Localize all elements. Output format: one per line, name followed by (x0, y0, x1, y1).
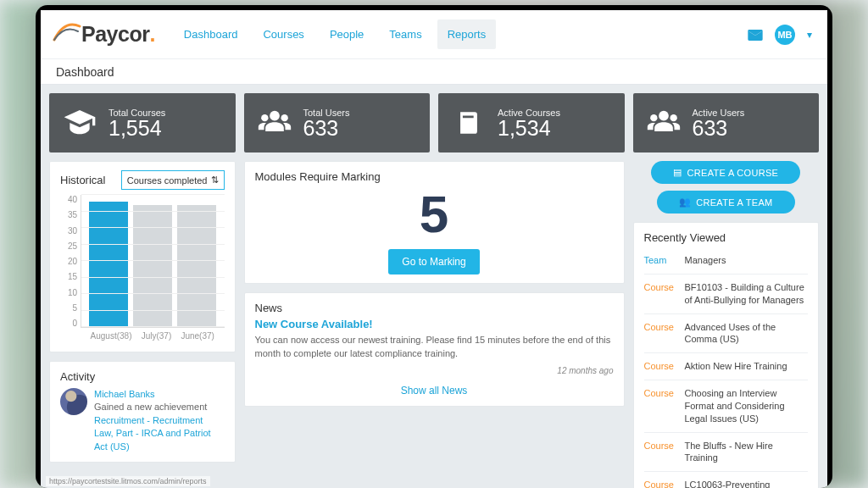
activity-panel: Activity Michael Banks Gained a new achi… (49, 361, 236, 463)
recently-viewed-type: Course (644, 281, 678, 307)
book-plus-icon: ▤ (673, 167, 682, 178)
recently-viewed-type: Team (644, 254, 678, 267)
svg-point-4 (650, 114, 657, 121)
historical-title: Historical (60, 174, 105, 186)
recently-viewed-title-text: The Bluffs - New Hire Training (685, 440, 809, 465)
brand-swoosh-icon (53, 26, 78, 43)
recently-viewed-item[interactable]: CourseThe Bluffs - New Hire Training (644, 432, 809, 472)
marking-title: Modules Require Marking (255, 170, 614, 183)
marking-count: 5 (255, 188, 614, 241)
recently-viewed-item[interactable]: CourseBF10103 - Building a Culture of An… (644, 274, 809, 313)
historical-metric-select[interactable]: Courses completed⇅ (121, 170, 225, 190)
recently-viewed-title-text: Choosing an Interview Format and Conside… (685, 387, 809, 425)
nav-teams[interactable]: Teams (379, 19, 431, 49)
svg-point-1 (261, 114, 268, 121)
breadcrumb: Dashboard (41, 59, 827, 85)
recently-viewed-item[interactable]: CourseAktion New Hire Training (644, 352, 809, 380)
users-icon (647, 106, 681, 140)
nav-reports[interactable]: Reports (437, 19, 497, 49)
svg-point-0 (270, 111, 280, 121)
nav-dashboard[interactable]: Dashboard (174, 19, 248, 49)
recently-viewed-title-text: Advanced Uses of the Comma (US) (685, 321, 809, 347)
brand-logo[interactable]: Paycor. (53, 22, 155, 47)
stat-label: Total Users (303, 108, 350, 118)
modules-marking-panel: Modules Require Marking 5 Go to Marking (244, 161, 625, 284)
recently-viewed-type: Course (644, 479, 678, 488)
create-course-button[interactable]: ▤ Create a Course (651, 161, 800, 184)
activity-description: Gained a new achievement (94, 401, 225, 413)
create-actions: ▤ Create a Course 👥 Create a Team (633, 161, 820, 214)
stat-value: 633 (303, 118, 350, 139)
news-headline: New Course Available! (255, 318, 614, 330)
recently-viewed-item[interactable]: CourseChoosing an Interview Format and C… (644, 380, 809, 432)
historical-chart: 4035302520151050 August(38)July(37)June(… (60, 195, 225, 343)
stat-total-courses: Total Courses 1,554 (49, 93, 236, 152)
news-body: You can now access our newest training. … (255, 334, 614, 361)
go-to-marking-button[interactable]: Go to Marking (388, 249, 479, 274)
recently-viewed-item[interactable]: CourseAdvanced Uses of the Comma (US) (644, 313, 809, 353)
user-menu-chevron-icon[interactable]: ▾ (807, 29, 812, 41)
recently-viewed-title-text: LC10063-Preventing Workplace Discriminat… (685, 479, 809, 488)
status-bar-url: https://paycortestsite.litmos.com/admin/… (46, 476, 210, 486)
news-panel: News New Course Available! You can now a… (244, 292, 625, 407)
recently-viewed-title-text: BF10103 - Building a Culture of Anti-Bul… (685, 281, 809, 307)
recently-viewed-type: Course (644, 321, 678, 347)
chart-bar[interactable] (89, 202, 128, 327)
users-plus-icon: 👥 (679, 197, 691, 208)
recently-viewed-title-text: Aktion New Hire Training (685, 360, 787, 373)
stat-active-users: Active Users 633 (633, 93, 820, 152)
create-team-button[interactable]: 👥 Create a Team (657, 191, 795, 214)
recently-viewed-title-text: Managers (685, 254, 726, 267)
graduation-cap-icon (63, 106, 97, 140)
stat-active-courses: Active Courses 1,534 (438, 93, 625, 152)
news-age: 12 months ago (255, 366, 614, 375)
recently-viewed-type: Course (644, 387, 678, 425)
chart-bar[interactable] (133, 205, 172, 327)
stat-value: 633 (693, 118, 745, 139)
activity-user-name[interactable]: Michael Banks (94, 388, 225, 401)
stat-value: 1,554 (108, 118, 165, 139)
nav-people[interactable]: People (320, 19, 374, 49)
svg-point-3 (659, 111, 669, 121)
brand-name: Paycor. (81, 22, 155, 47)
stat-value: 1,534 (498, 118, 560, 139)
activity-item: Michael Banks Gained a new achievement R… (60, 383, 225, 453)
stat-label: Total Courses (108, 108, 165, 118)
recently-viewed-type: Course (644, 360, 678, 373)
activity-title: Activity (60, 370, 225, 383)
book-icon (452, 106, 486, 140)
svg-point-2 (281, 114, 287, 121)
recently-viewed-title: Recently Viewed (644, 231, 809, 244)
users-icon (258, 106, 292, 140)
topbar: Paycor. Dashboard Courses People Teams R… (41, 10, 827, 59)
messages-icon[interactable] (748, 29, 763, 40)
recently-viewed-panel: Recently Viewed TeamManagersCourseBF1010… (633, 222, 820, 488)
show-all-news-link[interactable]: Show all News (401, 385, 468, 396)
activity-user-avatar[interactable] (60, 388, 87, 415)
recently-viewed-item[interactable]: CourseLC10063-Preventing Workplace Discr… (644, 471, 809, 488)
historical-panel: Historical Courses completed⇅ 4035302520… (49, 161, 236, 352)
stat-total-users: Total Users 633 (244, 93, 431, 152)
chart-bar[interactable] (177, 205, 216, 327)
recently-viewed-item[interactable]: TeamManagers (644, 247, 809, 274)
page-title: Dashboard (56, 65, 114, 79)
activity-link[interactable]: Recruitment - Recruitment Law, Part - IR… (94, 414, 225, 453)
svg-point-5 (670, 114, 676, 121)
stat-label: Active Users (693, 108, 745, 118)
nav-courses[interactable]: Courses (253, 19, 314, 49)
news-title: News (255, 302, 614, 314)
recently-viewed-type: Course (644, 440, 678, 465)
user-avatar[interactable]: MB (775, 25, 795, 45)
stat-label: Active Courses (498, 108, 560, 118)
main-nav: Dashboard Courses People Teams Reports (174, 19, 496, 49)
